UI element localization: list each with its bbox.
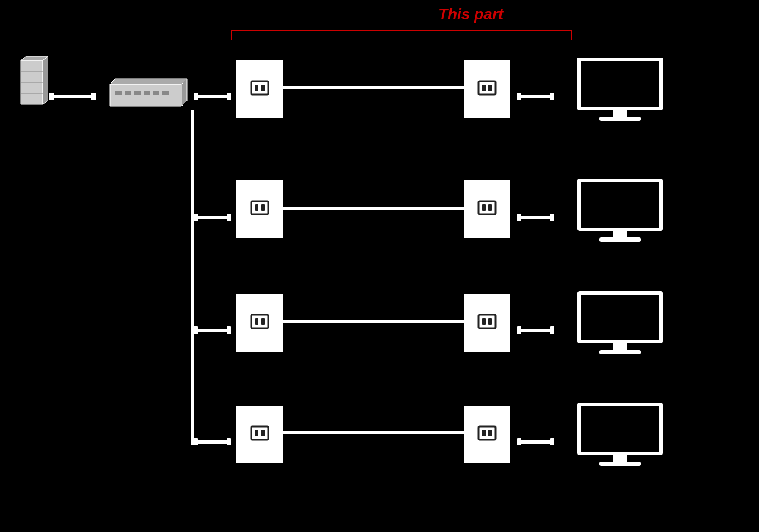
cable-row1: [283, 86, 465, 89]
svg-rect-64: [550, 326, 554, 334]
monitor-row1: [578, 58, 663, 121]
svg-rect-87: [50, 93, 54, 100]
svg-rect-18: [237, 60, 283, 118]
svg-rect-70: [198, 440, 227, 444]
outlet-box-left-row4: [237, 406, 283, 463]
svg-rect-62: [517, 326, 521, 334]
svg-rect-84: [581, 406, 659, 452]
svg-rect-40: [464, 180, 510, 238]
svg-rect-48: [581, 182, 659, 228]
svg-rect-68: [600, 350, 641, 354]
svg-rect-88: [54, 95, 91, 98]
svg-rect-36: [237, 180, 283, 238]
dumbbell-right-row2: [517, 210, 561, 221]
dumbbell-right-row3: [517, 323, 561, 334]
svg-rect-31: [613, 110, 627, 117]
svg-rect-50: [600, 237, 641, 242]
cable-row2: [283, 207, 465, 210]
svg-rect-11: [134, 91, 141, 95]
svg-rect-53: [227, 326, 231, 334]
this-part-label: This part: [372, 5, 570, 23]
vertical-line-switch: [191, 110, 194, 445]
server-icon: [15, 55, 48, 110]
bracket-line: [231, 30, 572, 31]
svg-rect-17: [227, 93, 231, 100]
bracket-left: [231, 30, 232, 40]
svg-rect-89: [91, 93, 96, 100]
outlet-box-left-row3: [237, 294, 283, 352]
svg-rect-58: [464, 294, 510, 352]
cable-row3: [283, 320, 465, 323]
horiz-stub-row3: [193, 326, 195, 329]
svg-rect-63: [521, 329, 550, 332]
svg-rect-66: [581, 295, 659, 340]
svg-marker-2: [43, 56, 48, 104]
dumbbell-server-switch: [50, 89, 102, 100]
bracket-right: [571, 30, 572, 40]
svg-rect-76: [464, 406, 510, 463]
monitor-row4: [578, 403, 663, 466]
svg-rect-30: [581, 61, 659, 107]
outlet-box-left-row2: [237, 180, 283, 238]
svg-rect-71: [227, 438, 231, 445]
svg-rect-15: [194, 93, 198, 100]
svg-rect-42: [482, 204, 486, 211]
dumbbell-right-row1: [517, 89, 561, 100]
switch-icon: [102, 76, 190, 114]
dumbbell-left-row3: [194, 323, 238, 334]
svg-rect-25: [488, 85, 492, 91]
monitor-row3: [578, 291, 663, 354]
svg-rect-61: [488, 318, 492, 325]
dumbbell-left-row4: [194, 434, 238, 445]
outlet-box-right-row4: [464, 406, 510, 463]
outlet-box-left-row1: [237, 60, 283, 118]
svg-rect-46: [550, 214, 554, 221]
svg-rect-38: [255, 204, 258, 211]
svg-rect-49: [613, 231, 627, 237]
svg-rect-75: [261, 430, 265, 436]
svg-rect-16: [198, 95, 227, 98]
svg-rect-74: [255, 430, 258, 436]
svg-rect-80: [517, 438, 521, 445]
svg-rect-14: [162, 91, 169, 95]
svg-rect-35: [227, 214, 231, 221]
svg-rect-28: [550, 93, 554, 100]
svg-rect-86: [600, 462, 641, 466]
svg-rect-26: [517, 93, 521, 100]
svg-rect-54: [237, 294, 283, 352]
svg-rect-57: [261, 318, 265, 325]
svg-rect-45: [521, 216, 550, 219]
svg-rect-72: [237, 406, 283, 463]
svg-rect-20: [255, 85, 258, 91]
svg-rect-12: [144, 91, 150, 95]
svg-rect-27: [521, 95, 550, 98]
svg-rect-85: [613, 455, 627, 462]
svg-rect-13: [153, 91, 160, 95]
outlet-box-right-row3: [464, 294, 510, 352]
svg-rect-43: [488, 204, 492, 211]
svg-rect-39: [261, 204, 265, 211]
dumbbell-right-row4: [517, 434, 561, 445]
svg-rect-22: [464, 60, 510, 118]
svg-rect-52: [198, 329, 227, 332]
svg-rect-81: [521, 440, 550, 444]
svg-rect-44: [517, 214, 521, 221]
svg-rect-82: [550, 438, 554, 445]
svg-rect-9: [116, 91, 122, 95]
horiz-stub-row2: [193, 214, 195, 217]
svg-rect-78: [482, 430, 486, 436]
monitor-row2: [578, 179, 663, 242]
svg-rect-10: [125, 91, 131, 95]
cable-row4: [283, 431, 465, 434]
svg-rect-34: [198, 216, 227, 219]
dumbbell-left-row2: [194, 210, 238, 221]
outlet-box-right-row2: [464, 180, 510, 238]
outlet-box-right-row1: [464, 60, 510, 118]
svg-rect-67: [613, 343, 627, 350]
svg-marker-7: [110, 79, 187, 84]
svg-rect-24: [482, 85, 486, 91]
horiz-stub-row4: [193, 438, 195, 441]
svg-rect-56: [255, 318, 258, 325]
dumbbell-left-row1: [194, 89, 238, 100]
svg-rect-60: [482, 318, 486, 325]
